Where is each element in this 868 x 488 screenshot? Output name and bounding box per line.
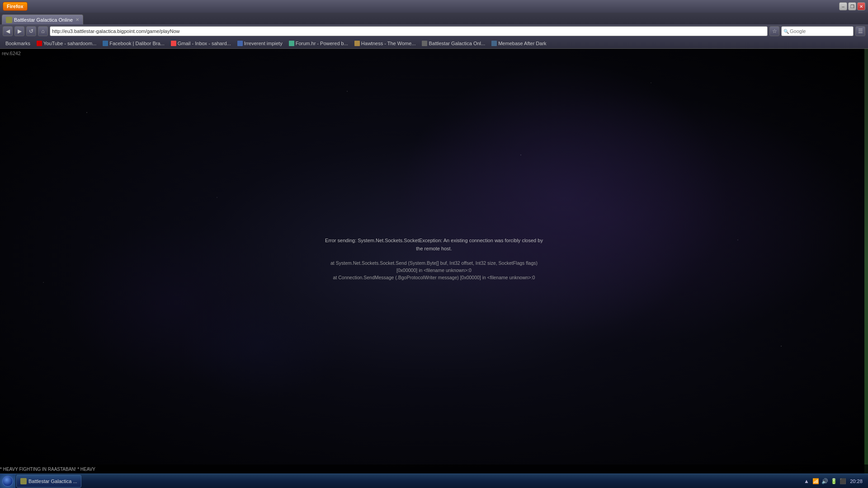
bookmark-hawtness-favicon [354,41,360,46]
bookmark-facebook[interactable]: Facebook | Dalibor Bra... [100,39,167,47]
bookmark-bsg[interactable]: Battlestar Galactica Onl... [419,39,488,47]
page-ticker: * HEAVY FIGHTING IN RAASTABAN! * HEAVY [0,465,868,474]
bookmark-youtube[interactable]: YouTube - sahardoom... [34,39,99,47]
tab-bar: Battlestar Galactica Online ✕ [0,13,868,24]
nav-bar: ◀ ▶ ↺ ⌂ ☆ 🔍 ☰ [0,24,868,38]
bookmark-bsg-favicon [422,41,427,46]
search-bar-container: 🔍 [781,26,854,36]
reload-button[interactable]: ↺ [26,26,36,36]
close-button[interactable]: ✕ [857,2,865,10]
back-button[interactable]: ◀ [3,26,13,36]
tray-icon-1[interactable]: ▲ [803,478,810,485]
bookmark-hawtness[interactable]: Hawtness - The Wome... [352,39,419,47]
bookmark-facebook-favicon [103,41,108,46]
bookmark-forum[interactable]: Forum.hr - Powered b... [286,39,351,47]
tab-label: Battlestar Galactica Online [14,17,73,23]
home-button[interactable]: ⌂ [38,26,48,36]
restore-button[interactable]: ❐ [848,2,856,10]
forward-button[interactable]: ▶ [14,26,24,36]
error-message-main: Error sending: System.Net.Sockets.Socket… [321,237,547,253]
page-content: rev.6242 Error sending: System.Net.Socke… [0,49,868,474]
bookmark-memebase-favicon [491,41,497,46]
bookmark-forum-favicon [289,41,294,46]
title-bar: Firefox – ❐ ✕ [0,0,868,13]
taskbar: Battlestar Galactica ... ▲ 📶 🔊 🔋 ⬛ 20:28 [0,474,868,488]
bookmark-star-button[interactable]: ☆ [769,26,779,36]
error-container: Error sending: System.Net.Sockets.Socket… [321,237,547,281]
version-text: rev.6242 [2,51,21,56]
tab-close-icon[interactable]: ✕ [75,17,79,22]
search-engine-icon: 🔍 [783,29,789,34]
bookmarks-bar: Bookmarks YouTube - sahardoom... Faceboo… [0,38,868,49]
address-input[interactable] [52,28,765,34]
start-button[interactable] [0,474,15,488]
tab-favicon [6,17,12,23]
ticker-text: * HEAVY FIGHTING IN RAASTABAN! * HEAVY [0,467,95,472]
browser-chrome: Firefox – ❐ ✕ Battlestar Galactica Onlin… [0,0,868,49]
bookmarks-label[interactable]: Bookmarks [3,39,33,47]
taskbar-right: ▲ 📶 🔊 🔋 ⬛ 20:28 [803,478,868,485]
error-stack-trace: at System.Net.Sockets.Socket.Send (Syste… [321,260,547,281]
search-input[interactable] [790,28,852,34]
firefox-menu-button[interactable]: Firefox [3,2,28,11]
bookmark-irreverent-favicon [237,41,243,46]
bookmark-youtube-favicon [37,41,42,46]
tray-icon-battery[interactable]: 🔋 [830,478,837,485]
window-controls: – ❐ ✕ [839,2,865,10]
menu-button[interactable]: ☰ [855,26,865,36]
taskbar-bsg-favicon [20,478,27,484]
address-bar-container [50,26,768,36]
tray-icon-network[interactable]: 📶 [812,478,819,485]
taskbar-bsg-item[interactable]: Battlestar Galactica ... [16,475,81,488]
browser-tab-active[interactable]: Battlestar Galactica Online ✕ [2,14,83,24]
tray-icon-volume[interactable]: 🔊 [821,478,828,485]
minimize-button[interactable]: – [839,2,847,10]
bookmark-irreverent[interactable]: Irreverent impiety [235,39,285,47]
right-scrollbar[interactable] [864,49,868,474]
bookmark-gmail[interactable]: Gmail - Inbox - sahard... [168,39,234,47]
taskbar-bsg-label: Battlestar Galactica ... [28,479,77,484]
windows-orb-icon [2,476,13,487]
system-clock: 20:28 [848,479,864,484]
bookmark-gmail-favicon [171,41,176,46]
bookmark-memebase[interactable]: Memebase After Dark [489,39,549,47]
tray-icon-action-center[interactable]: ⬛ [839,478,846,485]
